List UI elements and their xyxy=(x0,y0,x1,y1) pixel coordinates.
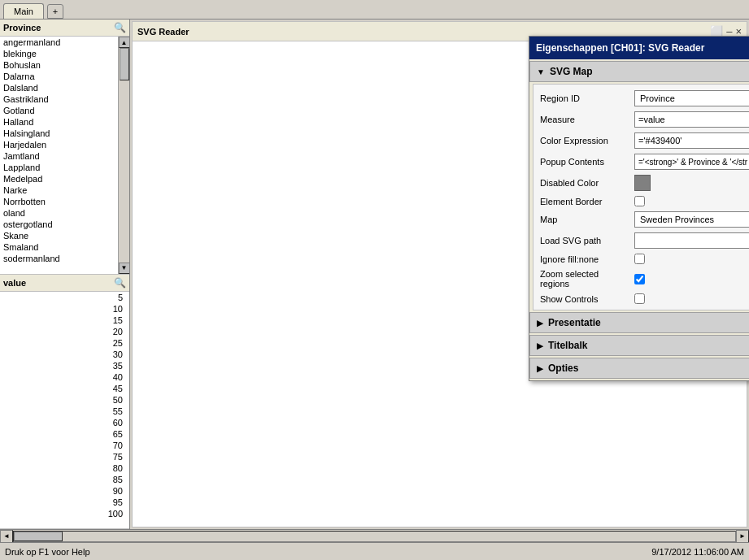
list-item[interactable]: 30 xyxy=(0,349,126,360)
list-item[interactable]: 90 xyxy=(0,485,126,497)
element-border-checkbox[interactable] xyxy=(634,196,645,206)
ignore-fill-checkbox[interactable] xyxy=(634,254,645,264)
add-tab-button[interactable]: + xyxy=(47,4,63,19)
presentatie-section-header[interactable]: ▶ Presentatie xyxy=(529,312,749,333)
value-section: value 🔍 5 10 15 20 25 30 35 40 xyxy=(0,275,129,530)
list-item[interactable]: 95 xyxy=(0,497,126,508)
province-list: angermanland blekinge Bohuslan Dalarna D… xyxy=(0,37,118,274)
list-item[interactable]: 65 xyxy=(0,428,126,440)
scrollbar-down-btn[interactable]: ▼ xyxy=(119,263,130,274)
measure-row: Measure ƒx xyxy=(540,109,749,130)
map-control: Sweden Provinces xyxy=(634,211,749,228)
list-item[interactable]: 45 xyxy=(0,383,126,394)
disabled-color-row: Disabled Color xyxy=(540,172,749,193)
list-item[interactable]: Medelpad xyxy=(0,173,118,184)
disabled-color-label: Disabled Color xyxy=(540,178,629,188)
chevron-right-icon: ▶ xyxy=(537,364,543,373)
list-item[interactable]: 35 xyxy=(0,360,126,371)
tab-bar: Main + xyxy=(0,0,749,19)
list-item[interactable]: oland xyxy=(0,207,118,219)
list-item[interactable]: Jamtland xyxy=(0,150,118,162)
zoom-selected-label: Zoom selectedregions xyxy=(540,269,629,289)
list-item[interactable]: 100 xyxy=(0,508,126,519)
help-text: Druk op F1 voor Help xyxy=(5,547,90,557)
list-item[interactable]: 20 xyxy=(0,326,126,337)
main-window: Main + Province 🔍 angermanland blekinge xyxy=(0,0,749,560)
province-header: Province 🔍 xyxy=(0,20,129,37)
list-item[interactable]: 55 xyxy=(0,406,126,417)
list-item[interactable]: 85 xyxy=(0,474,126,485)
province-scrollbar: ▲ ▼ xyxy=(118,37,129,274)
value-search-button[interactable]: 🔍 xyxy=(114,277,126,289)
svg-map-section-header[interactable]: ▼ SVG Map xyxy=(529,61,749,82)
list-item[interactable]: 80 xyxy=(0,462,126,474)
map-select[interactable]: Sweden Provinces xyxy=(634,211,749,228)
chevron-right-icon: ▶ xyxy=(537,319,543,328)
province-list-container: angermanland blekinge Bohuslan Dalarna D… xyxy=(0,37,129,274)
measure-input[interactable] xyxy=(634,111,749,128)
ignore-fill-row: Ignore fill:none xyxy=(540,251,749,267)
list-item[interactable]: blekinge xyxy=(0,48,118,59)
zoom-selected-checkbox[interactable] xyxy=(634,274,645,284)
list-item[interactable]: Gastrikland xyxy=(0,93,118,105)
horizontal-scrollbar-thumb[interactable] xyxy=(14,532,63,541)
list-item[interactable]: Lappland xyxy=(0,162,118,173)
content-area: Province 🔍 angermanland blekinge Bohusla… xyxy=(0,19,749,529)
search-icon: 🔍 xyxy=(114,22,126,33)
ignore-fill-label: Ignore fill:none xyxy=(540,254,629,264)
list-item[interactable]: 15 xyxy=(0,315,126,326)
titelbalk-section-header[interactable]: ▶ Titelbalk xyxy=(529,335,749,356)
list-item[interactable]: Smaland xyxy=(0,241,118,253)
color-expression-input[interactable] xyxy=(634,132,749,149)
list-item[interactable]: Halland xyxy=(0,116,118,128)
opties-section-header[interactable]: ▶ Opties xyxy=(529,358,749,379)
scroll-left-button[interactable]: ◄ xyxy=(0,530,13,543)
svg-map-content: Region ID Province ⚙ Measure xyxy=(533,84,749,310)
load-svg-path-label: Load SVG path xyxy=(540,236,629,245)
list-item[interactable]: Skane xyxy=(0,230,118,241)
map-label: Map xyxy=(540,215,629,224)
scrollbar-track xyxy=(119,48,130,263)
list-item[interactable]: 70 xyxy=(0,440,126,451)
popup-contents-input[interactable] xyxy=(634,154,749,170)
list-item[interactable]: 25 xyxy=(0,337,126,349)
region-id-row: Region ID Province ⚙ xyxy=(540,88,749,109)
list-item[interactable]: Dalarna xyxy=(0,71,118,82)
list-item[interactable]: Halsingland xyxy=(0,128,118,139)
ignore-fill-control xyxy=(634,254,749,264)
dialog-title: Eigenschappen [CH01]: SVG Reader xyxy=(536,42,704,54)
search-icon: 🔍 xyxy=(114,277,126,289)
bottom-scrollbar: ◄ ► xyxy=(0,529,749,542)
properties-dialog: Eigenschappen [CH01]: SVG Reader ✕ ▼ SVG… xyxy=(529,36,749,381)
list-item[interactable]: 50 xyxy=(0,394,126,406)
list-item[interactable]: angermanland xyxy=(0,37,118,48)
list-item[interactable]: Norrbotten xyxy=(0,196,118,207)
scroll-right-button[interactable]: ► xyxy=(736,530,749,543)
list-item[interactable]: Dalsland xyxy=(0,82,118,93)
list-item[interactable]: Gotland xyxy=(0,105,118,116)
list-item[interactable]: sodermanland xyxy=(0,253,118,264)
list-item[interactable]: ostergotland xyxy=(0,219,118,230)
list-item[interactable]: 5 xyxy=(0,292,126,303)
list-item[interactable]: Harjedalen xyxy=(0,139,118,150)
datetime: 9/17/2012 11:06:00 AM xyxy=(651,547,744,557)
list-item[interactable]: 75 xyxy=(0,451,126,462)
province-search-button[interactable]: 🔍 xyxy=(114,22,126,33)
load-svg-path-input[interactable] xyxy=(634,232,749,249)
disabled-color-picker[interactable] xyxy=(634,175,651,191)
list-item[interactable]: 40 xyxy=(0,371,126,383)
list-item[interactable]: Bohuslan xyxy=(0,59,118,71)
scrollbar-up-btn[interactable]: ▲ xyxy=(119,37,130,48)
popup-contents-label: Popup Contents xyxy=(540,157,629,167)
left-panel: Province 🔍 angermanland blekinge Bohusla… xyxy=(0,20,130,529)
list-item[interactable]: 10 xyxy=(0,303,126,315)
list-item[interactable]: 60 xyxy=(0,417,126,428)
zoom-selected-control xyxy=(634,274,749,284)
region-id-select[interactable]: Province xyxy=(634,90,749,106)
show-controls-checkbox[interactable] xyxy=(634,293,645,304)
scrollbar-thumb[interactable] xyxy=(120,48,129,80)
tab-main[interactable]: Main xyxy=(3,3,44,19)
list-item[interactable]: Narke xyxy=(0,184,118,196)
svg-reader-area: SVG Reader ⬜ – × Eigenschappen [CH01]: S… xyxy=(130,20,749,529)
dialog-title-bar: Eigenschappen [CH01]: SVG Reader ✕ xyxy=(529,37,749,59)
